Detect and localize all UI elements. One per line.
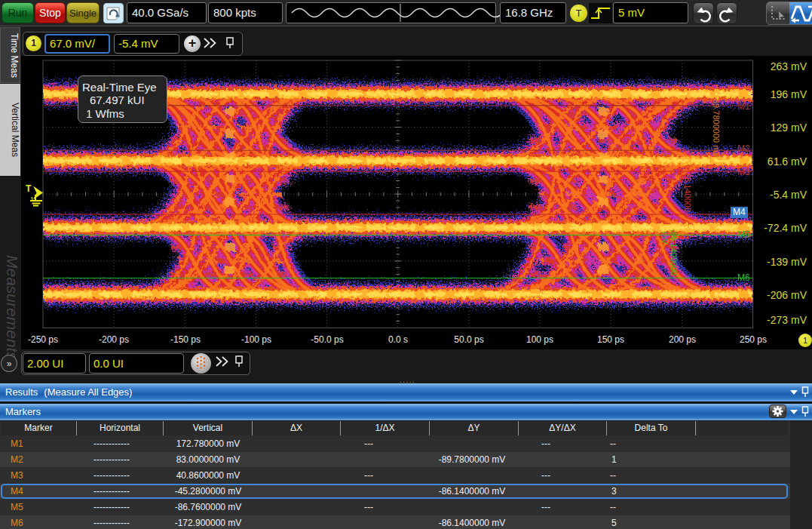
svg-text:T: T <box>26 183 32 194</box>
svg-text:1: 1 <box>30 195 34 203</box>
